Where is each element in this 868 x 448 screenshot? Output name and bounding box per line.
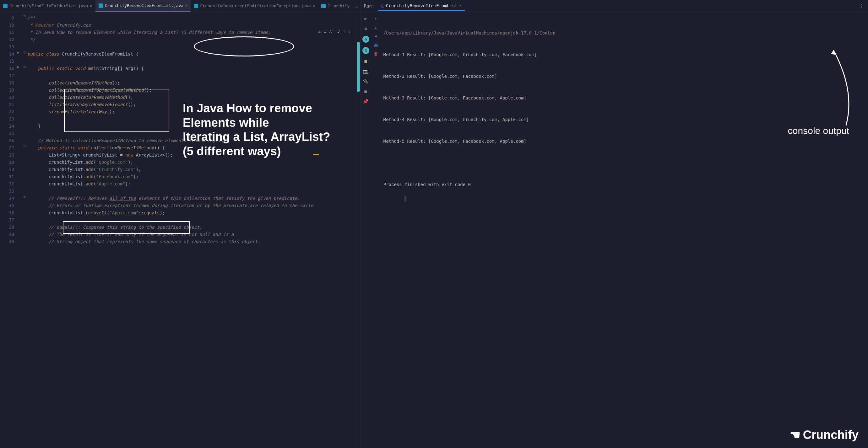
close-icon[interactable]: × [185,3,187,8]
up-arrow-icon[interactable]: ↑ [343,28,345,35]
java-file-icon [321,4,326,8]
java-file-icon [194,4,198,8]
tab-file-3[interactable]: CrunchifyConcurrentModificationException… [191,0,318,11]
run-gutter: ▶▶ [17,12,24,448]
console-output[interactable]: /Users/app/Library/Java/JavaVirtualMachi… [381,12,868,448]
avatar-1[interactable]: G [363,36,369,43]
warning-icon: ⚠ [318,28,321,35]
tab-label: CrunchifyFindFileFolderSize.java [9,3,88,8]
wrap-icon[interactable]: ↩ [373,33,379,39]
pin-icon[interactable]: 📌 [363,99,369,104]
tab-label: Crunchify [328,3,349,8]
play-icon[interactable]: ▶ [363,16,369,21]
code-area[interactable]: ⚠ 1 Aꜛ 3 ↑ ↓ In Java How to remove Eleme… [27,12,361,448]
run-config-icon: ▢ [381,3,384,8]
trash-icon[interactable]: 🗑 [373,51,379,57]
run-panel: Run: ▢ CrunchifyRemoveItemFromList × ⋮ ▶… [361,0,868,448]
close-icon[interactable]: × [459,3,461,8]
print-icon[interactable]: 🖶 [373,42,379,48]
down-arrow-icon[interactable]: ↓ [349,28,351,35]
camera-icon[interactable]: 📷 [363,68,369,74]
line-number-gutter: 9101112131415161718192021222324252627282… [0,12,17,448]
annotation-console-label: console output [788,126,849,136]
tab-label: CrunchifyRemoveItemFromList.java [105,3,183,8]
close-icon[interactable]: × [313,4,315,8]
down-arrow-icon[interactable]: ↓ [373,25,379,30]
scrollbar-thumb[interactable] [357,42,360,92]
up-arrow-icon[interactable]: ↑ [373,16,379,21]
run-toolbar-right: ↑ ↓ ↩ 🖶 🗑 [371,12,381,448]
inspection-badge[interactable]: ⚠ 1 Aꜛ 3 ↑ ↓ [318,28,351,35]
run-header: Run: ▢ CrunchifyRemoveItemFromList × ⋮ [361,0,868,12]
layout-icon[interactable]: ▦ [363,89,369,94]
gear-icon[interactable]: ⚙ [363,26,369,31]
run-label: Run: [364,3,375,8]
avatar-2[interactable]: G [363,47,369,54]
run-tab[interactable]: ▢ CrunchifyRemoveItemFromList × [378,1,464,11]
fold-gutter: ⊟⊟⊟⊟⊟ [24,12,27,448]
tab-file-4[interactable]: Crunchify [318,0,353,11]
java-file-icon [99,3,103,8]
more-icon[interactable]: ⋮ [859,3,864,9]
brand-mark-icon: ☛ [790,428,801,442]
brand-logo: ☛ Crunchify [790,428,859,442]
editor-body: 9101112131415161718192021222324252627282… [0,12,361,448]
tab-label: CrunchifyConcurrentModificationException… [200,3,311,8]
tab-file-2[interactable]: CrunchifyRemoveItemFromList.java × [95,0,191,11]
chevron-down-icon[interactable]: ⌄ [353,3,360,8]
stop-icon[interactable]: ■ [363,58,369,64]
overlay-title: In Java How to remove Elements while Ite… [183,101,361,159]
java-file-icon [3,4,7,8]
editor-tabs-bar: CrunchifyFindFileFolderSize.java × Crunc… [0,0,361,12]
close-icon[interactable]: × [90,4,92,8]
run-toolbar-left: ▶ ⚙ G G ■ 📷 🔌 ▦ 📌 [361,12,371,448]
typo-icon: Aꜛ [330,28,335,35]
tab-file-1[interactable]: CrunchifyFindFileFolderSize.java × [0,0,95,11]
plug-icon[interactable]: 🔌 [363,78,369,84]
